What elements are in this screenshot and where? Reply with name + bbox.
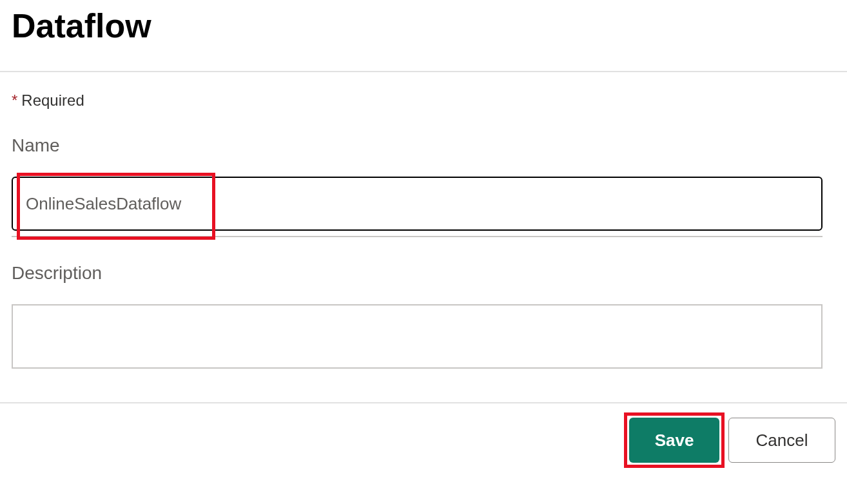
description-label: Description xyxy=(12,263,835,284)
dialog-title: Dataflow xyxy=(12,6,835,45)
dialog-header: Dataflow xyxy=(0,0,847,71)
required-note: *Required xyxy=(12,92,835,110)
name-label: Name xyxy=(12,135,835,156)
name-input[interactable] xyxy=(12,177,823,231)
dialog-footer: Save Cancel xyxy=(0,403,847,463)
description-input[interactable] xyxy=(12,304,823,369)
save-button-wrap: Save xyxy=(629,418,719,463)
name-input-wrap xyxy=(12,177,835,231)
name-underline xyxy=(12,236,823,237)
required-asterisk-icon: * xyxy=(12,92,17,109)
form-body: *Required Name Description xyxy=(0,72,847,391)
save-button[interactable]: Save xyxy=(629,418,719,463)
required-text: Required xyxy=(21,92,84,109)
dataflow-dialog: Dataflow *Required Name Description Save… xyxy=(0,0,847,504)
cancel-button[interactable]: Cancel xyxy=(728,418,835,463)
